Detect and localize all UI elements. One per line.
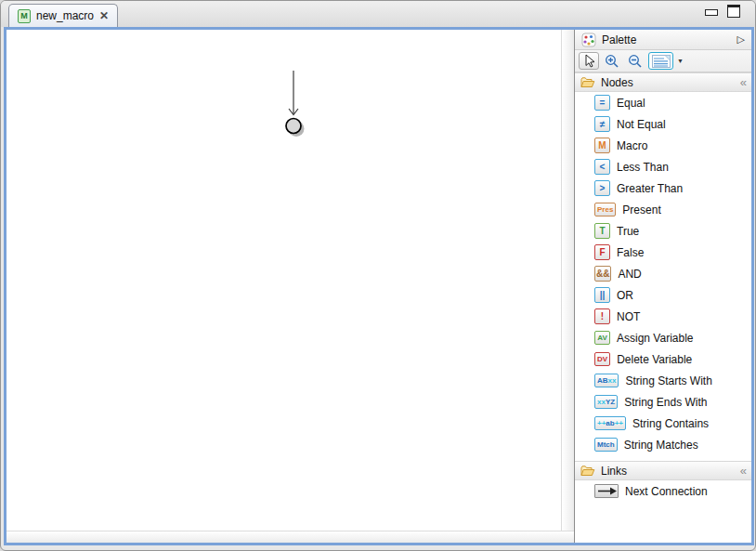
zoom-in-icon	[605, 54, 619, 69]
nodes-item-list: =Equal≠Not EqualMMacro<Less Than>Greater…	[575, 92, 751, 455]
not-icon: !	[594, 308, 610, 324]
palette-item-label: True	[617, 225, 639, 238]
palette-item-greater-than[interactable]: >Greater Than	[575, 177, 751, 199]
tab-title: new_macro	[36, 9, 94, 22]
palette-item-label: Assign Variable	[617, 332, 694, 345]
pin-icon[interactable]: «	[740, 464, 746, 478]
palette-section-links: Links « Next Connection	[575, 461, 751, 502]
links-section-label: Links	[601, 465, 627, 478]
cursor-arrow-icon	[583, 54, 595, 68]
true-icon: T	[594, 223, 610, 239]
palette-header[interactable]: Palette ▷	[575, 30, 751, 50]
palette-item-not-equal[interactable]: ≠Not Equal	[575, 113, 751, 135]
select-tool[interactable]	[579, 52, 599, 70]
assign-variable-icon: AV	[594, 331, 610, 345]
palette-item-or[interactable]: ||OR	[575, 284, 751, 306]
connector-arrow[interactable]	[289, 71, 298, 115]
string-ends-with-icon: xxYZ	[594, 395, 618, 409]
palette-item-label: Not Equal	[617, 118, 666, 131]
palette-item-label: String Ends With	[624, 396, 707, 409]
palette-item-label: Present	[622, 203, 660, 216]
string-contains-icon: ++ab++	[594, 416, 626, 430]
palette-item-label: Delete Variable	[617, 353, 692, 366]
palette-item-label: Greater Than	[617, 182, 683, 195]
palette-item-label: Next Connection	[625, 485, 708, 498]
tab-new-macro[interactable]: M new_macro ✕	[8, 4, 118, 27]
equal-icon: =	[594, 95, 610, 111]
folder-open-icon	[580, 465, 595, 477]
maximize-icon[interactable]	[727, 5, 740, 18]
palette-item-less-than[interactable]: <Less Than	[575, 156, 751, 177]
palette-item-present[interactable]: PresPresent	[575, 199, 751, 220]
macro-icon: M	[594, 138, 610, 153]
palette-item-label: String Contains	[632, 417, 709, 430]
palette-item-label: Less Than	[617, 161, 669, 174]
vertical-scrollbar[interactable]	[561, 30, 574, 531]
palette-item-label: Macro	[617, 139, 647, 152]
nodes-section-label: Nodes	[601, 76, 633, 89]
palette-item-string-contains[interactable]: ++ab++String Contains	[575, 413, 751, 434]
less-than-icon: <	[594, 159, 610, 175]
zoom-out-tool[interactable]	[625, 52, 645, 70]
string-matches-icon: Mtch	[594, 438, 618, 452]
palette-item-label: AND	[618, 268, 641, 281]
nodes-section-header[interactable]: Nodes «	[575, 72, 751, 92]
diagram-canvas[interactable]	[7, 30, 561, 531]
palette-flyout-arrow[interactable]: ▷	[737, 33, 745, 46]
horizontal-scrollbar[interactable]	[7, 531, 574, 543]
palette-item-label: False	[617, 246, 644, 259]
application-window: M new_macro ✕	[0, 0, 756, 551]
pin-icon[interactable]: «	[740, 75, 746, 89]
macro-document-icon: M	[18, 9, 31, 23]
links-section-header[interactable]: Links «	[575, 461, 751, 480]
palette-title: Palette	[602, 33, 636, 46]
editor-tab-bar: M new_macro ✕	[1, 1, 755, 27]
minimize-icon[interactable]	[705, 9, 718, 16]
palette-item-label: OR	[617, 289, 633, 302]
editor-frame: Palette ▷	[4, 27, 754, 545]
palette-item-label: String Starts With	[625, 374, 711, 387]
palette-panel: Palette ▷	[574, 30, 751, 543]
not-equal-icon: ≠	[594, 116, 610, 132]
next-connection-icon	[594, 484, 619, 498]
palette-item-not[interactable]: !NOT	[575, 306, 751, 327]
palette-toolbar: ▼	[575, 50, 751, 72]
palette-item-string-ends-with[interactable]: xxYZString Ends With	[575, 391, 751, 413]
folder-open-icon	[580, 76, 595, 88]
palette-icon	[581, 33, 596, 47]
palette-item-false[interactable]: FFalse	[575, 242, 751, 263]
greater-than-icon: >	[594, 180, 610, 196]
palette-item-equal[interactable]: =Equal	[575, 92, 751, 113]
close-icon[interactable]: ✕	[99, 10, 109, 21]
palette-item-next-connection[interactable]: Next Connection	[575, 480, 751, 502]
present-icon: Pres	[594, 203, 616, 216]
palette-item-string-matches[interactable]: MtchString Matches	[575, 434, 751, 455]
zoom-in-tool[interactable]	[602, 52, 622, 70]
or-icon: ||	[594, 287, 610, 303]
palette-item-label: Equal	[617, 97, 645, 110]
palette-item-macro[interactable]: MMacro	[575, 135, 751, 156]
diagram-graphics	[7, 30, 561, 531]
palette-section-nodes: Nodes « =Equal≠Not EqualMMacro<Less Than…	[575, 72, 751, 455]
note-tool[interactable]	[648, 52, 673, 70]
circle-node[interactable]	[286, 119, 305, 138]
palette-item-string-starts-with[interactable]: ABxxString Starts With	[575, 370, 751, 391]
palette-item-true[interactable]: TTrue	[575, 220, 751, 242]
delete-variable-icon: DV	[594, 352, 610, 366]
palette-item-label: NOT	[617, 310, 640, 323]
string-starts-with-icon: ABxx	[594, 374, 619, 387]
and-icon: &&	[594, 266, 611, 282]
links-item-list: Next Connection	[575, 480, 751, 502]
palette-item-and[interactable]: &&AND	[575, 263, 751, 284]
palette-item-delete-variable[interactable]: DVDelete Variable	[575, 348, 751, 370]
palette-item-label: String Matches	[624, 439, 698, 452]
zoom-out-icon	[628, 54, 643, 69]
note-icon	[652, 55, 671, 68]
window-controls	[705, 5, 740, 18]
false-icon: F	[594, 244, 610, 260]
palette-item-assign-variable[interactable]: AVAssign Variable	[575, 327, 751, 348]
note-tool-dropdown-icon[interactable]: ▼	[677, 58, 684, 64]
